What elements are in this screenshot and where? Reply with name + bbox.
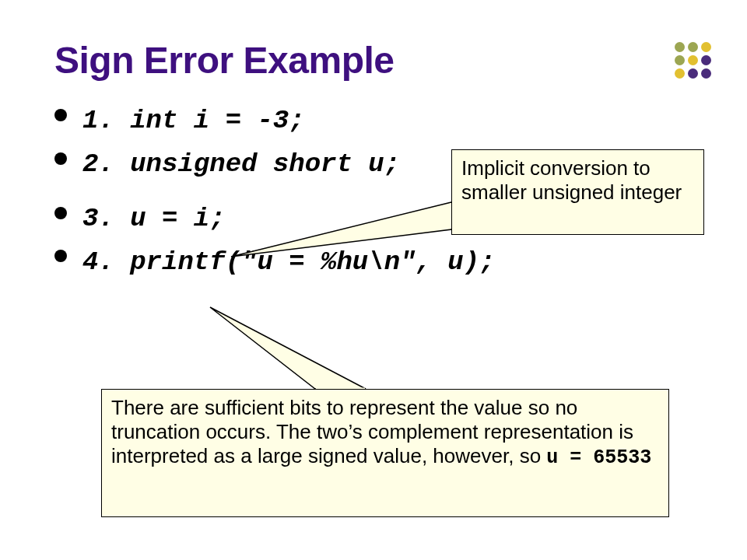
svg-marker-2 [210, 307, 366, 389]
slide: Sign Error Example 1. int i = -3; 2. uns… [0, 0, 747, 560]
callout-explanation: There are sufficient bits to represent t… [101, 389, 669, 517]
callout-code: u = 65533 [546, 446, 651, 469]
